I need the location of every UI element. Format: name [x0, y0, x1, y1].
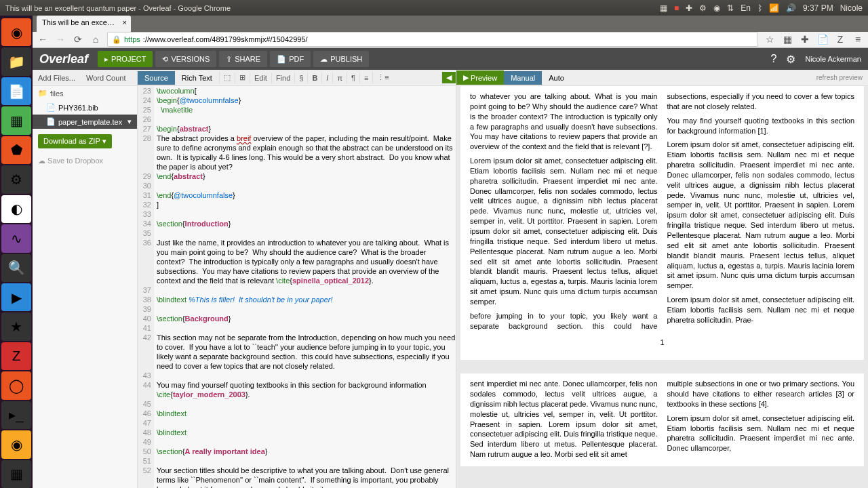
list-icon[interactable]: ≡: [359, 73, 372, 83]
app-icon[interactable]: ⚙: [1, 165, 31, 193]
code-line[interactable]: [157, 456, 456, 466]
help-icon[interactable]: ?: [771, 53, 777, 65]
code-line[interactable]: \section{Introduction}: [157, 219, 456, 228]
app-icon[interactable]: 🔍: [1, 254, 31, 282]
code-line[interactable]: \blindtext: [157, 428, 456, 437]
code-line[interactable]: [157, 115, 456, 124]
find-menu[interactable]: Find: [271, 73, 294, 83]
writer-icon[interactable]: 📄: [1, 77, 31, 105]
app-icon[interactable]: ★: [1, 312, 31, 340]
chrome-icon[interactable]: ◐: [1, 195, 31, 223]
menu-button[interactable]: ≡: [852, 33, 864, 45]
code-line[interactable]: [157, 228, 456, 238]
ext-icon[interactable]: Z: [834, 33, 846, 45]
code-line[interactable]: [157, 181, 456, 190]
url-input[interactable]: 🔒 https://www.overleaf.com/4891799skmmjx…: [107, 32, 758, 47]
bluetooth-icon[interactable]: ᛒ: [757, 3, 762, 13]
ext-icon[interactable]: ▦: [781, 33, 793, 45]
code-editor[interactable]: 2324252627282930313233343536373839404142…: [138, 86, 456, 488]
back-button[interactable]: ←: [37, 33, 49, 45]
code-line[interactable]: \blindtext: [157, 409, 456, 418]
share-button[interactable]: ⇪ SHARE: [219, 51, 267, 67]
volume-icon[interactable]: 🔊: [786, 3, 796, 13]
media-icon[interactable]: ▶: [1, 283, 31, 311]
lang-indicator[interactable]: En: [741, 3, 751, 13]
numlist-icon[interactable]: ⋮≡: [372, 72, 393, 83]
file-item[interactable]: 📄PHY361.bib: [33, 100, 137, 115]
code-line[interactable]: [157, 418, 456, 428]
code-line[interactable]: [157, 304, 456, 314]
close-tab-icon[interactable]: ×: [123, 18, 127, 26]
tray-icon[interactable]: ■: [674, 3, 679, 13]
code-line[interactable]: [157, 371, 456, 380]
code-line[interactable]: \begin{@twocolumnfalse}: [157, 96, 456, 105]
tray-icon[interactable]: ✚: [686, 3, 692, 13]
code-line[interactable]: \twocolumn[: [157, 86, 456, 96]
upload-icon[interactable]: ⬚: [219, 72, 235, 83]
code-line[interactable]: \maketitle: [157, 105, 456, 115]
code-line[interactable]: \end{abstract}: [157, 171, 456, 181]
bold-icon[interactable]: B: [307, 73, 321, 83]
edit-menu[interactable]: Edit: [250, 73, 271, 83]
manual-tab[interactable]: Manual: [504, 71, 542, 85]
code-line[interactable]: Just like the name, it provides an intro…: [157, 238, 456, 285]
versions-button[interactable]: ⟲ VERSIONS: [155, 51, 216, 67]
code-line[interactable]: ]: [157, 200, 456, 209]
code-line[interactable]: This section may not be separate from th…: [157, 333, 456, 371]
tray-icon[interactable]: ⚙: [699, 3, 707, 13]
calc-icon[interactable]: ▦: [1, 106, 31, 134]
italic-icon[interactable]: I: [321, 73, 332, 83]
pi-icon[interactable]: π: [332, 73, 347, 83]
code-line[interactable]: \begin{abstract}: [157, 124, 456, 134]
publish-button[interactable]: ☁ PUBLISH: [313, 51, 369, 67]
file-item[interactable]: 📄paper_template.tex▾: [33, 115, 137, 129]
code-line[interactable]: [157, 209, 456, 219]
dash-icon[interactable]: ◉: [1, 18, 31, 46]
browser-tab[interactable]: This will be an exce… ×: [37, 16, 131, 32]
pdf-button[interactable]: 📄 PDF: [270, 51, 311, 67]
auto-tab[interactable]: Auto: [542, 71, 571, 85]
settings-icon[interactable]: ⚙: [786, 53, 795, 66]
overleaf-logo[interactable]: Overleaf: [39, 52, 88, 66]
code-line[interactable]: \section{A really important idea}: [157, 447, 456, 456]
app-icon[interactable]: ▦: [1, 460, 31, 488]
terminal-icon[interactable]: ▸_: [1, 401, 31, 429]
user-menu[interactable]: Nicole Ackerman: [805, 55, 861, 63]
pdf-preview[interactable]: to whatever you are talking about. What …: [456, 86, 868, 488]
user-menu[interactable]: Nicole: [840, 3, 863, 13]
home-button[interactable]: ⌂: [90, 33, 102, 45]
code-line[interactable]: The abstract provides a breif overview o…: [157, 134, 456, 171]
app-icon[interactable]: ◯: [1, 371, 31, 399]
star-button[interactable]: ☆: [764, 33, 776, 45]
reload-button[interactable]: ⟳: [72, 33, 84, 45]
tray-icon[interactable]: ⇅: [727, 3, 734, 13]
ext-icon[interactable]: 📄: [816, 33, 829, 45]
refresh-preview-link[interactable]: refresh preview: [811, 71, 868, 84]
pilcrow-icon[interactable]: ¶: [347, 73, 359, 83]
tray-icon[interactable]: ▦: [660, 3, 667, 13]
code-line[interactable]: [157, 437, 456, 447]
chrome-icon[interactable]: ◉: [713, 3, 720, 13]
code-line[interactable]: [157, 323, 456, 333]
clock[interactable]: 9:37 PM: [803, 3, 833, 13]
code-line[interactable]: \section{Background}: [157, 314, 456, 323]
file-menu-icon[interactable]: ▾: [127, 117, 132, 126]
files-folder[interactable]: 📁files: [33, 86, 137, 100]
app-icon[interactable]: ◉: [1, 430, 31, 458]
code-line[interactable]: Your section titles should be descriptiv…: [157, 466, 456, 488]
app-icon[interactable]: ∿: [1, 224, 31, 252]
files-icon[interactable]: 📁: [1, 47, 31, 75]
code-line[interactable]: \blindtext %This is filler! It shouldn't…: [157, 295, 456, 304]
add-files-link[interactable]: Add Files...: [33, 71, 81, 85]
section-icon[interactable]: §: [294, 73, 307, 83]
ext-icon[interactable]: ✚: [799, 33, 811, 45]
project-button[interactable]: ▸ PROJECT: [98, 51, 153, 67]
source-tab[interactable]: Source: [138, 71, 175, 85]
download-zip-button[interactable]: Download as ZIP ▾: [38, 134, 112, 148]
zotero-icon[interactable]: Z: [1, 342, 31, 370]
app-icon[interactable]: ⬟: [1, 136, 31, 164]
preview-button[interactable]: ▶ Preview: [456, 70, 504, 85]
network-icon[interactable]: 📶: [769, 3, 779, 13]
collapse-icon[interactable]: ◀: [441, 72, 456, 83]
save-dropbox-link[interactable]: ☁ Save to Dropbox: [33, 154, 137, 168]
